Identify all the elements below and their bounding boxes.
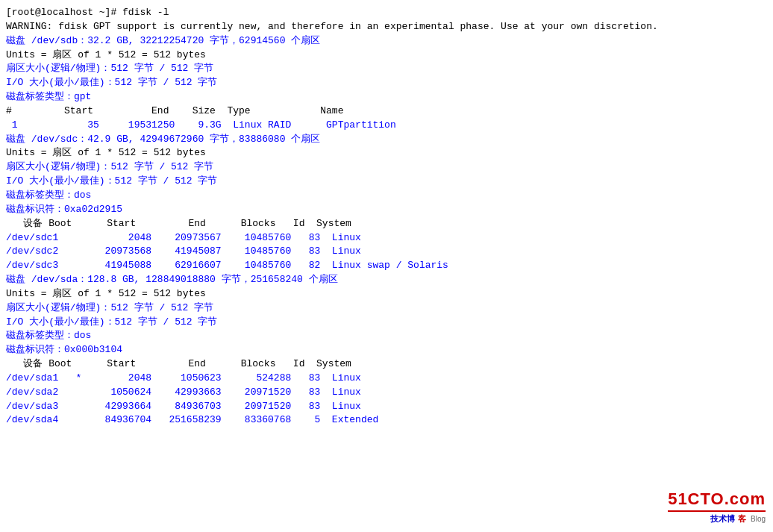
terminal-line: 磁盘 /dev/sdb：32.2 GB, 32212254720 字节，6291… (6, 34, 767, 48)
terminal-line: /dev/sdc2 20973568 41945087 10485760 83 … (6, 245, 767, 259)
terminal-line: Units = 扇区 of 1 * 512 = 512 bytes (6, 48, 767, 63)
terminal-window: [root@localhost ~]# fdisk -lWARNING: fdi… (0, 0, 773, 532)
terminal-line: 磁盘标签类型：dos (6, 189, 767, 203)
watermark-tech: 技术博 (710, 513, 735, 525)
terminal-line: /dev/sda2 1050624 42993663 20971520 83 L… (6, 386, 767, 400)
watermark-divider (668, 510, 766, 512)
terminal-line: 磁盘标签类型：gpt (6, 90, 767, 104)
terminal-line: /dev/sdc1 2048 20973567 10485760 83 Linu… (6, 231, 767, 245)
terminal-line: 设备 Boot Start End Blocks Id System (6, 357, 767, 372)
terminal-line: 1 35 19531250 9.3G Linux RAID GPTpartiti… (6, 119, 767, 133)
terminal-line: Units = 扇区 of 1 * 512 = 512 bytes (6, 287, 767, 301)
watermark-site: 51CTO.com (668, 489, 766, 509)
watermark: 51CTO.com 技术博客 Blog (668, 489, 766, 525)
terminal-line: /dev/sdc3 41945088 62916607 10485760 82 … (6, 259, 767, 273)
terminal-line: I/O 大小(最小/最佳)：512 字节 / 512 字节 (6, 76, 767, 90)
terminal-line: 磁盘 /dev/sda：128.8 GB, 128849018880 字节，25… (6, 273, 767, 287)
terminal-line: 扇区大小(逻辑/物理)：512 字节 / 512 字节 (6, 62, 767, 76)
terminal-line: /dev/sda1 * 2048 1050623 524288 83 Linux (6, 372, 767, 386)
terminal-line: [root@localhost ~]# fdisk -l (6, 6, 767, 20)
terminal-line: 磁盘 /dev/sdc：42.9 GB, 42949672960 字节，8388… (6, 133, 767, 147)
terminal-line: /dev/sda4 84936704 251658239 83360768 5 … (6, 413, 767, 428)
terminal-line: 扇区大小(逻辑/物理)：512 字节 / 512 字节 (6, 160, 767, 175)
watermark-tagline: 技术博客 Blog (710, 513, 766, 525)
terminal-line: I/O 大小(最小/最佳)：512 字节 / 512 字节 (6, 175, 767, 189)
terminal-line: 磁盘标识符：0xa02d2915 (6, 203, 767, 217)
terminal-line: 扇区大小(逻辑/物理)：512 字节 / 512 字节 (6, 301, 767, 316)
terminal-line: /dev/sda3 42993664 84936703 20971520 83 … (6, 400, 767, 414)
terminal-line: WARNING: fdisk GPT support is currently … (6, 20, 767, 34)
terminal-line: 磁盘标签类型：dos (6, 329, 767, 343)
watermark-ke: 客 (738, 513, 746, 525)
terminal-line: Units = 扇区 of 1 * 512 = 512 bytes (6, 146, 767, 160)
terminal-line: # Start End Size Type Name (6, 104, 767, 119)
terminal-line: 设备 Boot Start End Blocks Id System (6, 217, 767, 231)
terminal-line: 磁盘标识符：0x000b3104 (6, 343, 767, 357)
terminal-line: I/O 大小(最小/最佳)：512 字节 / 512 字节 (6, 316, 767, 330)
watermark-blog: Blog (751, 515, 766, 523)
